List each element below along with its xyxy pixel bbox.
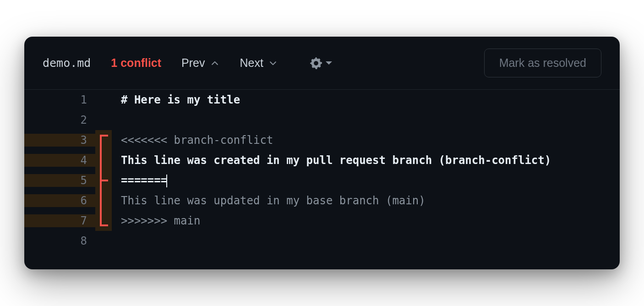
- conflict-bracket: [95, 150, 112, 170]
- code-text: # Here is my title: [112, 93, 240, 106]
- conflict-bracket: [95, 211, 112, 231]
- text-cursor: [166, 175, 167, 187]
- code-editor[interactable]: 1# Here is my title23<<<<<<< branch-conf…: [24, 90, 620, 269]
- chevron-up-icon: [210, 58, 220, 68]
- line-number: 6: [24, 194, 95, 207]
- line-number: 8: [24, 235, 95, 247]
- conflict-bracket: [95, 130, 112, 150]
- mark-as-resolved-button[interactable]: Mark as resolved: [484, 49, 601, 77]
- code-text: <<<<<<< branch-conflict: [112, 134, 273, 147]
- prev-label: Prev: [181, 56, 205, 70]
- conflict-bracket: [95, 90, 112, 110]
- conflict-bracket: [95, 110, 112, 130]
- editor-toolbar: demo.md 1 conflict Prev Next Mark as res…: [24, 37, 620, 90]
- code-line[interactable]: 3<<<<<<< branch-conflict: [24, 130, 620, 150]
- next-conflict-button[interactable]: Next: [240, 56, 278, 70]
- line-number: 5: [24, 174, 95, 187]
- conflict-bracket: [95, 231, 112, 251]
- settings-menu-button[interactable]: [310, 57, 332, 69]
- chevron-down-icon: [268, 58, 278, 68]
- filename-label: demo.md: [43, 56, 91, 70]
- line-number: 2: [24, 114, 95, 126]
- conflict-bracket: [95, 170, 112, 191]
- code-line[interactable]: 6This line was updated in my base branch…: [24, 191, 620, 211]
- gear-icon: [310, 57, 322, 69]
- code-text: This line was created in my pull request…: [112, 154, 551, 167]
- conflict-bracket: [95, 191, 112, 211]
- code-text: This line was updated in my base branch …: [112, 194, 426, 207]
- conflict-count-label: 1 conflict: [111, 56, 161, 70]
- code-text: =======: [112, 174, 167, 187]
- next-label: Next: [240, 56, 263, 70]
- code-line[interactable]: 1# Here is my title: [24, 90, 620, 110]
- code-line[interactable]: 8: [24, 231, 620, 251]
- line-number: 1: [24, 93, 95, 106]
- code-text: >>>>>>> main: [112, 214, 200, 227]
- code-line[interactable]: 2: [24, 110, 620, 130]
- prev-conflict-button[interactable]: Prev: [181, 56, 219, 70]
- caret-down-icon: [326, 61, 332, 65]
- conflict-editor-panel: demo.md 1 conflict Prev Next Mark as res…: [24, 37, 620, 269]
- code-line[interactable]: 4This line was created in my pull reques…: [24, 150, 620, 170]
- code-line[interactable]: 7>>>>>>> main: [24, 211, 620, 231]
- code-line[interactable]: 5=======: [24, 170, 620, 191]
- line-number: 7: [24, 214, 95, 227]
- line-number: 4: [24, 154, 95, 167]
- line-number: 3: [24, 134, 95, 147]
